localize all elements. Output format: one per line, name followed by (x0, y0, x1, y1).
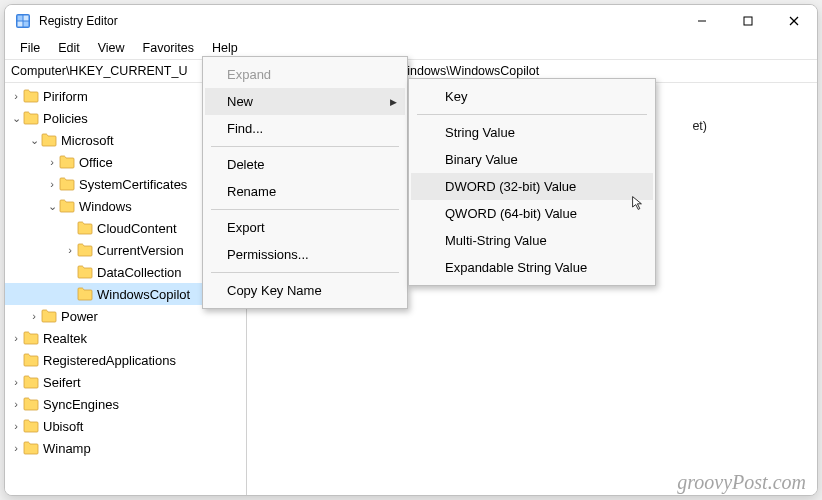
tree-node-label: SystemCertificates (79, 177, 187, 192)
ctxmenu-new-expandable-string-value[interactable]: Expandable String Value (411, 254, 653, 281)
ctxmenu-new-string-value[interactable]: String Value (411, 119, 653, 146)
menu-help[interactable]: Help (203, 39, 247, 57)
maximize-button[interactable] (725, 6, 771, 36)
menuitem-label: New (227, 94, 253, 109)
tree-node-label: CurrentVersion (97, 243, 184, 258)
chevron-right-icon: ▶ (390, 97, 397, 107)
tree-node-registeredapplications[interactable]: RegisteredApplications (5, 349, 246, 371)
tree-node-label: Office (79, 155, 113, 170)
tree-node-label: Ubisoft (43, 419, 83, 434)
menuitem-label: Multi-String Value (445, 233, 547, 248)
ctxmenu-item-permissions[interactable]: Permissions... (205, 241, 405, 268)
address-prefix: Computer\HKEY_CURRENT_U (11, 64, 187, 78)
folder-icon (23, 375, 39, 389)
folder-icon (23, 89, 39, 103)
chevron-right-icon[interactable]: › (9, 90, 23, 102)
ctxmenu-new-qword-64-bit-value[interactable]: QWORD (64-bit) Value (411, 200, 653, 227)
tree-node-label: RegisteredApplications (43, 353, 176, 368)
tree-node-winamp[interactable]: ›Winamp (5, 437, 246, 459)
chevron-right-icon[interactable]: › (9, 376, 23, 388)
folder-icon (59, 199, 75, 213)
menuitem-label: Expandable String Value (445, 260, 587, 275)
menu-edit[interactable]: Edit (49, 39, 89, 57)
ctxmenu-new-multi-string-value[interactable]: Multi-String Value (411, 227, 653, 254)
menu-favorites[interactable]: Favorites (134, 39, 203, 57)
ctxmenu-item-rename[interactable]: Rename (205, 178, 405, 205)
chevron-right-icon[interactable]: › (9, 332, 23, 344)
ctxmenu-new-dword-32-bit-value[interactable]: DWORD (32-bit) Value (411, 173, 653, 200)
ctxmenu-item-export[interactable]: Export (205, 214, 405, 241)
window-title: Registry Editor (39, 14, 118, 28)
tree-node-syncengines[interactable]: ›SyncEngines (5, 393, 246, 415)
chevron-right-icon[interactable]: › (45, 156, 59, 168)
ctxmenu-item-new[interactable]: New▶ (205, 88, 405, 115)
ctxmenu-item-copy-key-name[interactable]: Copy Key Name (205, 277, 405, 304)
folder-icon (59, 155, 75, 169)
menuitem-label: Binary Value (445, 152, 518, 167)
menubar: File Edit View Favorites Help (5, 37, 817, 59)
ctxmenu-item-find[interactable]: Find... (205, 115, 405, 142)
menuitem-label: Delete (227, 157, 265, 172)
tree-node-label: Windows (79, 199, 132, 214)
folder-icon (23, 353, 39, 367)
folder-icon (77, 287, 93, 301)
chevron-down-icon[interactable]: ⌄ (9, 112, 23, 125)
chevron-right-icon[interactable]: › (27, 310, 41, 322)
folder-icon (41, 309, 57, 323)
context-menu-key: ExpandNew▶Find...DeleteRenameExportPermi… (202, 56, 408, 309)
chevron-right-icon[interactable]: › (45, 178, 59, 190)
address-suffix: Windows\WindowsCopilot (395, 64, 539, 78)
menuitem-label: QWORD (64-bit) Value (445, 206, 577, 221)
ctxmenu-item-expand: Expand (205, 61, 405, 88)
separator (211, 146, 399, 147)
menuitem-label: Expand (227, 67, 271, 82)
chevron-right-icon[interactable]: › (9, 442, 23, 454)
chevron-down-icon[interactable]: ⌄ (45, 200, 59, 213)
tree-node-label: CloudContent (97, 221, 177, 236)
separator (211, 209, 399, 210)
chevron-right-icon[interactable]: › (9, 420, 23, 432)
folder-icon (77, 243, 93, 257)
tree-node-realtek[interactable]: ›Realtek (5, 327, 246, 349)
chevron-right-icon[interactable]: › (9, 398, 23, 410)
cursor-icon (631, 195, 647, 214)
menu-view[interactable]: View (89, 39, 134, 57)
menuitem-label: Find... (227, 121, 263, 136)
folder-icon (41, 133, 57, 147)
folder-icon (59, 177, 75, 191)
tree-node-label: Microsoft (61, 133, 114, 148)
folder-icon (23, 111, 39, 125)
app-icon (15, 13, 31, 29)
ctxmenu-item-delete[interactable]: Delete (205, 151, 405, 178)
tree-node-label: Seifert (43, 375, 81, 390)
tree-node-seifert[interactable]: ›Seifert (5, 371, 246, 393)
tree-node-label: SyncEngines (43, 397, 119, 412)
folder-icon (77, 265, 93, 279)
folder-icon (23, 397, 39, 411)
menuitem-label: Key (445, 89, 467, 104)
tree-node-label: WindowsCopilot (97, 287, 190, 302)
titlebar: Registry Editor (5, 5, 817, 37)
tree-node-label: Realtek (43, 331, 87, 346)
close-button[interactable] (771, 6, 817, 36)
value-partial: et) (692, 119, 707, 133)
folder-icon (23, 441, 39, 455)
menuitem-label: Permissions... (227, 247, 309, 262)
folder-icon (23, 331, 39, 345)
chevron-right-icon[interactable]: › (63, 244, 77, 256)
menu-file[interactable]: File (11, 39, 49, 57)
separator (211, 272, 399, 273)
tree-node-label: Power (61, 309, 98, 324)
ctxmenu-new-binary-value[interactable]: Binary Value (411, 146, 653, 173)
ctxmenu-new-key[interactable]: Key (411, 83, 653, 110)
chevron-down-icon[interactable]: ⌄ (27, 134, 41, 147)
minimize-button[interactable] (679, 6, 725, 36)
minimize-icon (697, 16, 707, 26)
tree-node-label: Winamp (43, 441, 91, 456)
close-icon (789, 16, 799, 26)
tree-node-ubisoft[interactable]: ›Ubisoft (5, 415, 246, 437)
menuitem-label: Copy Key Name (227, 283, 322, 298)
menuitem-label: String Value (445, 125, 515, 140)
separator (417, 114, 647, 115)
watermark: groovyPost.com (677, 471, 806, 494)
